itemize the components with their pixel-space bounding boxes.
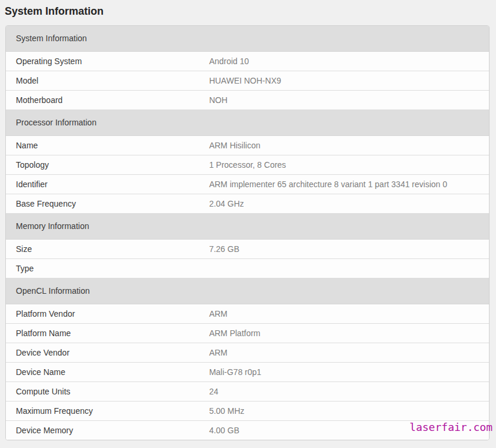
section-header-row: System Information — [6, 26, 489, 52]
row-label: Type — [6, 259, 199, 278]
row-value: NOH — [199, 91, 489, 110]
section-title: Processor Information — [6, 110, 489, 136]
row-label: Compute Units — [6, 382, 199, 401]
page-title: System Information — [0, 0, 496, 18]
section-title: OpenCL Information — [6, 278, 489, 304]
system-info-table-body: System Information Operating System Andr… — [6, 26, 489, 440]
table-row: Device Vendor ARM — [6, 343, 489, 363]
row-value: 7.26 GB — [199, 240, 489, 259]
row-value: 2.04 GHz — [199, 194, 489, 214]
row-label: Device Vendor — [6, 343, 199, 363]
table-row: Device Name Mali-G78 r0p1 — [6, 363, 489, 382]
row-value: 24 — [199, 382, 489, 401]
row-value: Mali-G78 r0p1 — [199, 363, 489, 382]
row-value: 1 Processor, 8 Cores — [199, 155, 489, 175]
table-row: Motherboard NOH — [6, 91, 489, 110]
row-value: HUAWEI NOH-NX9 — [199, 71, 489, 91]
table-row: Operating System Android 10 — [6, 52, 489, 71]
system-info-card: System Information Operating System Andr… — [5, 25, 490, 440]
table-row: Base Frequency 2.04 GHz — [6, 194, 489, 214]
table-row: Platform Vendor ARM — [6, 304, 489, 324]
table-row: Compute Units 24 — [6, 382, 489, 401]
row-value: ARM Platform — [199, 324, 489, 343]
section-header-row: Memory Information — [6, 214, 489, 240]
row-value: Android 10 — [199, 52, 489, 71]
row-value: 4.00 GB — [199, 421, 489, 440]
table-row: Type — [6, 259, 489, 278]
table-row: Size 7.26 GB — [6, 240, 489, 259]
row-value: ARM — [199, 304, 489, 324]
section-title: System Information — [6, 26, 489, 52]
system-info-table: System Information Operating System Andr… — [6, 26, 489, 440]
row-value — [199, 259, 489, 278]
table-row: Device Memory 4.00 GB — [6, 421, 489, 440]
row-value: ARM implementer 65 architecture 8 varian… — [199, 175, 489, 194]
table-row: Identifier ARM implementer 65 architectu… — [6, 175, 489, 194]
row-label: Model — [6, 71, 199, 91]
table-row: Topology 1 Processor, 8 Cores — [6, 155, 489, 175]
row-label: Operating System — [6, 52, 199, 71]
row-label: Maximum Frequency — [6, 401, 199, 421]
row-label: Identifier — [6, 175, 199, 194]
row-label: Platform Name — [6, 324, 199, 343]
table-row: Maximum Frequency 5.00 MHz — [6, 401, 489, 421]
row-label: Topology — [6, 155, 199, 175]
row-label: Size — [6, 240, 199, 259]
table-row: Platform Name ARM Platform — [6, 324, 489, 343]
section-title: Memory Information — [6, 214, 489, 240]
row-label: Device Memory — [6, 421, 199, 440]
table-row: Name ARM Hisilicon — [6, 136, 489, 155]
table-row: Model HUAWEI NOH-NX9 — [6, 71, 489, 91]
row-label: Name — [6, 136, 199, 155]
section-header-row: OpenCL Information — [6, 278, 489, 304]
section-header-row: Processor Information — [6, 110, 489, 136]
row-label: Platform Vendor — [6, 304, 199, 324]
row-label: Device Name — [6, 363, 199, 382]
row-value: ARM Hisilicon — [199, 136, 489, 155]
row-label: Base Frequency — [6, 194, 199, 214]
row-value: 5.00 MHz — [199, 401, 489, 421]
row-value: ARM — [199, 343, 489, 363]
row-label: Motherboard — [6, 91, 199, 110]
